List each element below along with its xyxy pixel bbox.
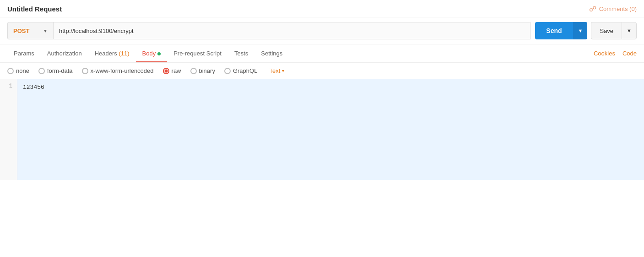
tab-authorization[interactable]: Authorization xyxy=(41,44,88,62)
body-active-dot xyxy=(157,52,161,55)
comments-button[interactable]: ☍ Comments (0) xyxy=(589,5,637,13)
tabs-right: Cookies Code xyxy=(594,50,637,57)
tab-body[interactable]: Body xyxy=(136,44,168,62)
radio-graphql[interactable]: GraphQL xyxy=(224,67,257,74)
cookies-link[interactable]: Cookies xyxy=(594,50,615,57)
radio-none[interactable]: none xyxy=(7,67,29,74)
line-number-1: 1 xyxy=(5,83,12,89)
tab-params[interactable]: Params xyxy=(7,44,41,62)
tabs-bar: Params Authorization Headers (11) Body P… xyxy=(0,44,644,63)
radio-binary[interactable]: binary xyxy=(190,67,215,74)
send-button[interactable]: Send xyxy=(535,22,573,39)
radio-urlencoded-circle xyxy=(82,68,88,74)
line-numbers: 1 xyxy=(0,79,17,180)
text-format-dropdown[interactable]: Text ▾ xyxy=(269,67,284,74)
comments-label: Comments (0) xyxy=(599,5,637,12)
save-dropdown-button[interactable]: ▼ xyxy=(622,22,637,39)
radio-binary-circle xyxy=(190,68,197,74)
text-format-chevron-icon: ▾ xyxy=(282,68,284,73)
radio-graphql-circle xyxy=(224,68,231,74)
code-link[interactable]: Code xyxy=(622,50,637,57)
save-button[interactable]: Save xyxy=(591,22,622,39)
radio-form-data[interactable]: form-data xyxy=(38,67,73,74)
send-dropdown-button[interactable]: ▼ xyxy=(573,22,588,39)
tab-tests[interactable]: Tests xyxy=(228,44,254,62)
method-chevron-icon: ▼ xyxy=(43,28,48,33)
tab-prerequest[interactable]: Pre-request Script xyxy=(167,44,228,62)
radio-urlencoded[interactable]: x-www-form-urlencoded xyxy=(82,67,154,74)
radio-none-circle xyxy=(7,68,14,74)
radio-form-data-circle xyxy=(38,68,45,74)
title-bar: Untitled Request ☍ Comments (0) xyxy=(0,0,644,17)
url-input[interactable] xyxy=(53,22,530,39)
comments-icon: ☍ xyxy=(589,5,596,13)
method-label: POST xyxy=(13,27,29,34)
code-editor[interactable] xyxy=(17,79,644,180)
tabs-left: Params Authorization Headers (11) Body P… xyxy=(7,44,289,62)
request-title: Untitled Request xyxy=(7,5,62,13)
url-bar: POST ▼ Send ▼ Save ▼ xyxy=(0,17,644,44)
radio-raw-circle xyxy=(163,68,169,74)
method-select[interactable]: POST ▼ xyxy=(7,22,53,39)
tab-settings[interactable]: Settings xyxy=(254,44,289,62)
radio-raw[interactable]: raw xyxy=(163,67,181,74)
body-type-bar: none form-data x-www-form-urlencoded raw… xyxy=(0,63,644,79)
send-group: Send ▼ xyxy=(535,22,587,39)
editor-area: 1 xyxy=(0,79,644,180)
save-group: Save ▼ xyxy=(591,22,637,39)
tab-headers[interactable]: Headers (11) xyxy=(88,44,136,62)
